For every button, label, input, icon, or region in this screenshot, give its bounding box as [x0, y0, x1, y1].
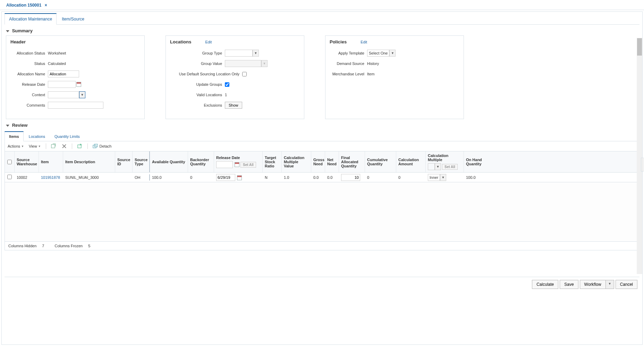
row-checkbox[interactable]: [7, 175, 12, 179]
grid-empty-space: [5, 182, 639, 241]
release-date-label: Release Date: [10, 82, 45, 86]
use-default-sourcing-checkbox[interactable]: [242, 72, 247, 76]
chevron-down-icon[interactable]: ▼: [389, 50, 396, 57]
tab-items[interactable]: Items: [5, 131, 24, 141]
workflow-button[interactable]: Workflow: [580, 280, 605, 289]
allocation-name-input[interactable]: [48, 70, 79, 77]
calculate-button[interactable]: Calculate: [532, 280, 558, 289]
workflow-dropdown-toggle[interactable]: ▼: [605, 280, 614, 289]
group-type-select[interactable]: [225, 50, 253, 57]
cell-release-date: [214, 173, 263, 182]
col-release-date[interactable]: Release Date Set All: [214, 151, 263, 172]
cell-gross-need: 0.0: [311, 174, 325, 181]
chevron-down-icon[interactable]: ▼: [440, 174, 446, 181]
detach-label: Detach: [100, 144, 112, 148]
allocation-status-value: Worksheet: [48, 51, 66, 55]
view-menu[interactable]: View ▼: [29, 144, 41, 148]
col-gross-need[interactable]: Gross Need: [311, 151, 325, 172]
apply-template-select[interactable]: Select One: [367, 50, 389, 57]
chevron-down-icon[interactable]: ▼: [435, 163, 441, 170]
policies-edit-link[interactable]: Edit: [361, 40, 367, 44]
col-on-hand-qty[interactable]: On Hand Quantity: [464, 151, 488, 172]
col-available-quantity[interactable]: Available Quantity: [150, 151, 188, 172]
release-date-input[interactable]: [48, 81, 76, 88]
cell-available-qty: 100.0: [150, 174, 188, 181]
locations-edit-link[interactable]: Edit: [205, 40, 212, 44]
col-net-need[interactable]: Net Need: [325, 151, 339, 172]
context-select[interactable]: [48, 91, 79, 98]
scrollbar-thumb[interactable]: [637, 38, 642, 56]
sidebar-expand-handle[interactable]: [641, 158, 644, 172]
col-source-warehouse[interactable]: Source Warehouse: [15, 151, 39, 172]
col-cumulative-qty[interactable]: Cumulative Quantity: [365, 151, 396, 172]
close-icon[interactable]: ×: [45, 3, 47, 8]
col-item[interactable]: Item: [39, 151, 63, 172]
col-calc-amount[interactable]: Calculation Amount: [396, 151, 426, 172]
tab-quantity-limits[interactable]: Quantity Limits: [50, 132, 84, 141]
chevron-down-icon[interactable]: ▼: [253, 50, 259, 57]
cell-on-hand-qty: 100.0: [464, 174, 488, 181]
bottom-action-bar: Calculate Save Workflow ▼ Cancel: [5, 277, 639, 292]
summary-title: Summary: [12, 28, 33, 33]
tab-item-source[interactable]: Item/Source: [58, 14, 88, 24]
actions-menu[interactable]: Actions ▼: [8, 144, 24, 148]
allocation-status-label: Allocation Status: [10, 51, 45, 55]
col-final-alloc-qty[interactable]: Final Allocated Quantity: [339, 151, 365, 172]
tab-allocation-maintenance[interactable]: Allocation Maintenance: [5, 13, 57, 25]
calendar-icon[interactable]: [235, 162, 239, 167]
table-row[interactable]: 10002 101951878 SUNIL_MUAI_3000 OH 100.0…: [5, 173, 639, 182]
row-calc-multiple-select[interactable]: Inner: [428, 174, 440, 181]
col-calc-mult-value[interactable]: Calculation Multiple Value: [282, 151, 311, 172]
show-button[interactable]: Show: [225, 102, 242, 109]
set-all-button[interactable]: Set All: [240, 162, 256, 168]
cell-backorder-qty: 0: [188, 174, 214, 181]
col-item-description[interactable]: Item Description: [63, 151, 115, 172]
export-icon[interactable]: [77, 143, 83, 149]
header-calc-multiple-select[interactable]: [428, 163, 435, 170]
policies-panel-title: Policies: [330, 39, 347, 44]
update-groups-checkbox[interactable]: [225, 82, 229, 87]
cell-calc-mult-value: 1.0: [282, 174, 311, 181]
apply-template-label: Apply Template: [330, 51, 364, 55]
policies-panel: Policies Edit Apply Template Select One …: [325, 35, 464, 119]
page-tab-allocation[interactable]: Allocation 150001 ×: [3, 1, 51, 10]
comments-input[interactable]: [48, 102, 103, 109]
col-release-date-label: Release Date: [216, 156, 260, 160]
update-groups-label: Update Groups: [170, 82, 222, 86]
locations-panel: Locations Edit Group Type ▼ Group Value: [166, 35, 304, 119]
row-release-date-input[interactable]: [216, 174, 235, 181]
final-alloc-qty-input[interactable]: [341, 174, 360, 181]
save-button[interactable]: Save: [560, 280, 578, 289]
calendar-icon[interactable]: [237, 175, 242, 180]
cell-item-link[interactable]: 101951878: [39, 174, 63, 181]
summary-header[interactable]: Summary: [5, 25, 639, 35]
columns-frozen-value: 5: [88, 244, 90, 248]
edit-icon[interactable]: [51, 143, 57, 149]
tab-locations[interactable]: Locations: [25, 132, 49, 141]
col-calc-multiple[interactable]: Calculation Multiple ▼ Set All: [426, 151, 464, 172]
vertical-scrollbar[interactable]: [637, 38, 642, 274]
valid-locations-label: Valid Locations: [170, 93, 222, 97]
calendar-icon[interactable]: [76, 82, 81, 87]
set-all-button[interactable]: Set All: [442, 164, 458, 170]
chevron-down-icon[interactable]: ▼: [79, 91, 85, 98]
select-all-checkbox[interactable]: [7, 160, 12, 164]
group-value-label: Group Value: [170, 61, 222, 66]
header-release-date-input[interactable]: [216, 161, 233, 168]
cancel-button[interactable]: Cancel: [616, 280, 637, 289]
comments-label: Comments: [10, 103, 45, 107]
cell-source-warehouse: 10002: [15, 174, 39, 181]
page-tab-bar: Allocation 150001 ×: [0, 0, 644, 10]
cell-final-alloc-qty: [339, 173, 365, 182]
view-label: View: [29, 144, 37, 148]
col-calc-multiple-label: Calculation Multiple: [428, 153, 461, 162]
col-source-type[interactable]: Source Type: [133, 151, 150, 172]
col-source-id[interactable]: Source ID: [115, 151, 133, 172]
detach-button[interactable]: Detach: [93, 143, 112, 149]
col-target-stock-ratio[interactable]: Target Stock Ratio: [263, 151, 282, 172]
merchandise-level-label: Merchandise Level: [330, 72, 364, 76]
delete-icon[interactable]: [61, 143, 67, 149]
col-backorder-quantity[interactable]: Backorder Quantity: [188, 151, 214, 172]
review-header[interactable]: Review: [5, 119, 639, 130]
grid-header-row: Source Warehouse Item Item Description S…: [5, 151, 639, 173]
